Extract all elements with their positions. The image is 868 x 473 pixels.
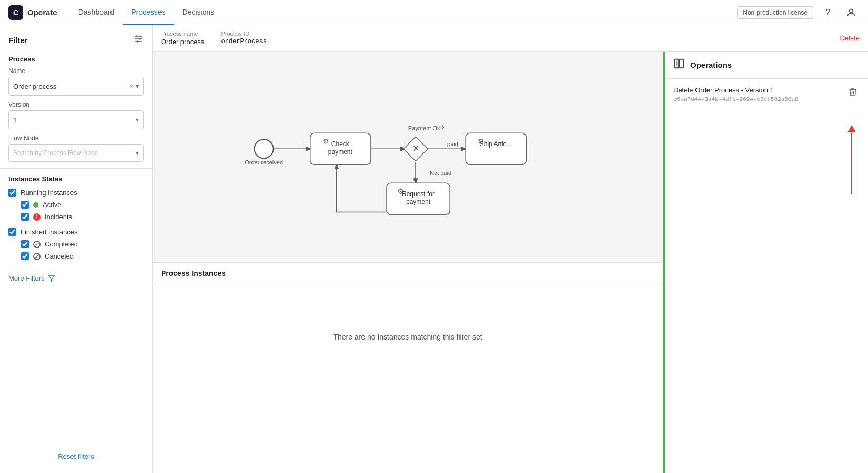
process-name-value: Order process <box>13 83 129 90</box>
flow-node-dropdown-icon: ▾ <box>136 149 139 157</box>
incidents-label: Incidents <box>45 213 72 221</box>
operation-item-title: Delete Order Process - Version 1 <box>673 86 846 94</box>
canceled-input[interactable] <box>21 252 29 260</box>
svg-text:Not paid: Not paid <box>430 170 451 176</box>
incidents-input[interactable] <box>21 213 29 221</box>
process-info: Process name Order process Process ID or… <box>161 30 267 46</box>
operation-item-info: Delete Order Process - Version 1 b5aa7d4… <box>673 86 846 102</box>
svg-point-0 <box>850 9 853 13</box>
nav-link-processes[interactable]: Processes <box>123 0 174 25</box>
ship-article-task <box>466 133 526 164</box>
finished-instances-checkbox[interactable]: Finished Instances <box>8 227 144 238</box>
operations-content <box>665 110 868 473</box>
running-instances-checkbox[interactable]: Running Instances <box>8 187 144 198</box>
running-instances-input[interactable] <box>8 189 16 197</box>
instances-empty-message: There are no Instances matching this fil… <box>153 284 663 389</box>
filter-funnel-icon <box>48 275 55 282</box>
running-instances-label: Running Instances <box>21 189 77 197</box>
instances-states-title: Instances States <box>8 175 144 183</box>
completed-label: Completed <box>45 240 78 248</box>
filter-title: Filter <box>8 36 28 45</box>
svg-point-5 <box>139 38 141 39</box>
process-section-title: Process <box>8 55 144 63</box>
svg-text:Request for: Request for <box>402 190 435 198</box>
red-arrow-line <box>851 131 852 194</box>
bpmn-diagram: ⚙ Check payment ✕ ⚙ Ship Artic... ⚙ <box>153 52 663 262</box>
operations-panel: Operations Delete Order Process - Versio… <box>663 52 868 473</box>
canceled-status-icon <box>33 253 41 260</box>
start-event <box>255 139 274 158</box>
clear-name-icon[interactable]: × <box>129 82 134 90</box>
canceled-label: Canceled <box>45 252 74 260</box>
trash-icon-button[interactable] <box>846 86 860 100</box>
process-name-label: Process name <box>161 30 204 37</box>
completed-input[interactable] <box>21 240 29 248</box>
svg-point-4 <box>136 35 137 37</box>
version-label: Version <box>8 101 144 108</box>
version-value: 1 <box>13 116 136 124</box>
svg-text:payment: payment <box>328 148 353 156</box>
svg-text:✕: ✕ <box>412 143 419 153</box>
delete-process-button[interactable]: Delete <box>840 34 860 42</box>
process-name-value-display: Order process <box>161 38 204 46</box>
completed-checkbox[interactable]: ✓ Completed <box>21 239 144 250</box>
flow-node-select[interactable]: Search by Process Flow Node ▾ <box>8 144 144 162</box>
active-checkbox[interactable]: Active <box>21 199 144 210</box>
sidebar-header: Filter <box>0 25 152 51</box>
process-id-label: Process ID <box>221 30 266 37</box>
main-layout: Filter Process Name Order process × ▾ <box>0 25 868 473</box>
svg-text:⚙: ⚙ <box>322 137 329 146</box>
version-select[interactable]: 1 ▾ <box>8 110 144 129</box>
diagram-area: ⚙ Check payment ✕ ⚙ Ship Artic... ⚙ <box>153 52 663 473</box>
operation-item: Delete Order Process - Version 1 b5aa7d4… <box>665 79 868 110</box>
app-name: Operate <box>27 8 57 17</box>
svg-text:Order received: Order received <box>245 159 283 166</box>
svg-point-6 <box>137 40 138 42</box>
name-dropdown-icon: ▾ <box>136 83 139 90</box>
topnav-right: Non-production license ? <box>737 4 860 21</box>
instances-checkbox-group: Running Instances Active ! Incidents <box>8 187 144 262</box>
svg-text:payment: payment <box>406 198 431 205</box>
process-id-value-display: orderProcess <box>221 38 266 45</box>
app-logo: C Operate <box>8 5 57 20</box>
active-input[interactable] <box>21 201 29 209</box>
license-badge: Non-production license <box>737 6 813 19</box>
completed-status-icon: ✓ <box>33 241 41 248</box>
filter-icon-button[interactable] <box>133 34 144 47</box>
process-header: Process name Order process Process ID or… <box>153 25 868 52</box>
process-name-select[interactable]: Order process × ▾ <box>8 77 144 96</box>
version-dropdown-icon: ▾ <box>136 116 139 124</box>
name-label: Name <box>8 67 144 75</box>
svg-text:Payment OK?: Payment OK? <box>408 125 444 131</box>
nav-link-decisions[interactable]: Decisions <box>174 0 223 25</box>
nav-link-dashboard[interactable]: Dashboard <box>70 0 123 25</box>
instances-header: Process Instances <box>153 263 663 284</box>
svg-text:Check: Check <box>331 140 350 148</box>
canceled-checkbox[interactable]: Canceled <box>21 251 144 262</box>
operations-panel-icon <box>673 58 685 72</box>
instances-section: Process Instances There are no Instances… <box>153 262 663 474</box>
red-arrow-indicator <box>851 131 852 194</box>
flow-node-label: Flow Node <box>8 135 144 142</box>
process-section: Process Name Order process × ▾ Version 1… <box>0 51 152 166</box>
user-menu-button[interactable] <box>843 4 860 21</box>
finished-instances-label: Finished Instances <box>21 228 77 236</box>
diagram-canvas: ⚙ Check payment ✕ ⚙ Ship Artic... ⚙ <box>153 52 663 262</box>
incidents-checkbox[interactable]: ! Incidents <box>21 211 144 222</box>
help-button[interactable]: ? <box>820 4 836 21</box>
more-filters-button[interactable]: More Filters <box>0 270 152 286</box>
svg-text:Ship Artic...: Ship Artic... <box>480 140 512 148</box>
incidents-status-icon: ! <box>33 213 41 221</box>
svg-marker-7 <box>48 275 54 281</box>
top-navigation: C Operate Dashboard Processes Decisions … <box>0 0 868 25</box>
instances-states-section: Instances States Running Instances Activ… <box>0 171 152 266</box>
finished-instances-input[interactable] <box>8 228 16 236</box>
sidebar: Filter Process Name Order process × ▾ <box>0 25 153 473</box>
svg-text:paid: paid <box>447 141 458 147</box>
nav-links: Dashboard Processes Decisions <box>70 0 738 25</box>
reset-filters-button[interactable]: Reset filters <box>0 448 152 465</box>
split-content: ⚙ Check payment ✕ ⚙ Ship Artic... ⚙ <box>153 52 868 473</box>
content-area: Process name Order process Process ID or… <box>153 25 868 473</box>
process-name-info: Process name Order process <box>161 30 204 46</box>
logo-icon: C <box>8 5 23 20</box>
